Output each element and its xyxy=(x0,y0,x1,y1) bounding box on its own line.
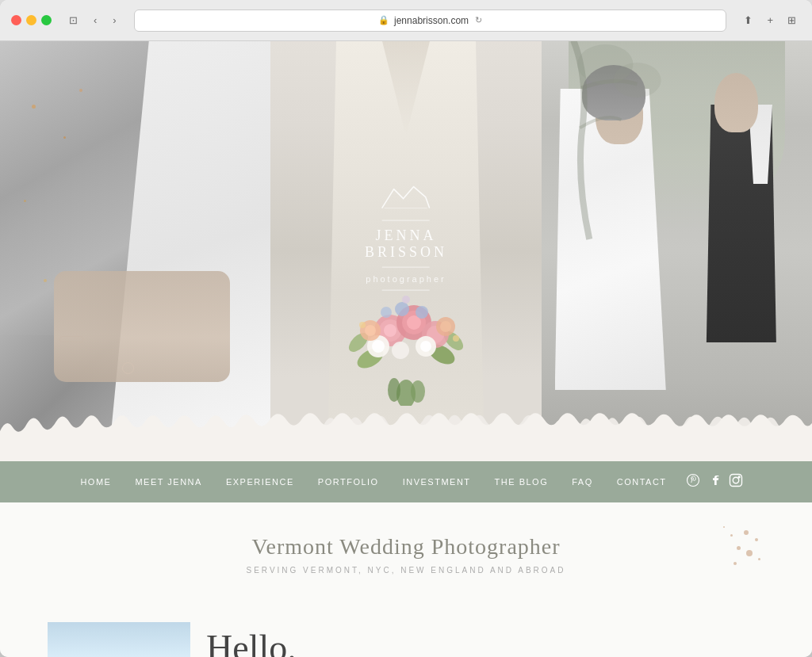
nav-portfolio[interactable]: PORTFOLIO xyxy=(307,477,390,487)
hello-script: Hello. xyxy=(206,630,764,657)
torn-paper-overlay xyxy=(0,406,812,461)
svg-point-27 xyxy=(416,306,428,319)
svg-point-28 xyxy=(359,322,366,328)
nav-meet-jenna[interactable]: MEET JENNA xyxy=(124,477,213,487)
nav-faq[interactable]: FAQ xyxy=(561,477,604,487)
logo-overlay: JENNA BRISSON photographer xyxy=(339,183,474,297)
site-content: JENNA BRISSON photographer xyxy=(0,41,812,657)
nav-experience[interactable]: EXPERIENCE xyxy=(215,477,305,487)
forward-button[interactable]: › xyxy=(108,11,121,29)
svg-point-22 xyxy=(365,325,376,336)
grid-button[interactable]: ⊞ xyxy=(783,11,801,29)
security-icon: 🔒 xyxy=(378,15,389,25)
share-button[interactable]: ⬆ xyxy=(739,11,757,29)
decorative-splatter xyxy=(701,526,764,574)
main-content: Vermont Wedding Photographer SERVING VER… xyxy=(0,502,812,614)
svg-point-19 xyxy=(420,341,431,352)
page-subtitle: SERVING VERMONT, NYC, NEW ENGLAND AND AB… xyxy=(16,566,796,575)
svg-point-32 xyxy=(613,63,661,97)
address-bar[interactable]: 🔒 jennabrisson.com ↻ xyxy=(134,10,727,32)
logo-subtitle: photographer xyxy=(339,274,474,284)
logo-mountain-icon xyxy=(339,183,474,214)
nav-investment[interactable]: INVESTMENT xyxy=(392,477,482,487)
browser-window: ⊡ ‹ › 🔒 jennabrisson.com ↻ ⬆ + ⊞ xyxy=(0,0,812,657)
hero-panel-center: JENNA BRISSON photographer xyxy=(270,41,541,461)
navigation-bar: HOME MEET JENNA EXPERIENCE PORTFOLIO INV… xyxy=(0,461,812,502)
nav-home[interactable]: HOME xyxy=(69,477,122,487)
browser-toolbar: ⊡ ‹ › 🔒 jennabrisson.com ↻ ⬆ + ⊞ xyxy=(0,0,812,41)
svg-point-29 xyxy=(453,335,459,342)
sidebar-toggle[interactable]: ⊡ xyxy=(64,11,82,29)
svg-point-26 xyxy=(381,307,392,318)
nav-links: HOME MEET JENNA EXPERIENCE PORTFOLIO INV… xyxy=(69,477,677,487)
bottom-image xyxy=(48,622,190,657)
svg-point-35 xyxy=(733,477,739,483)
instagram-icon[interactable] xyxy=(729,473,743,491)
nav-contact[interactable]: CONTACT xyxy=(606,477,678,487)
hero-panel-right xyxy=(542,41,812,461)
svg-rect-34 xyxy=(730,475,741,487)
svg-point-10 xyxy=(384,324,396,337)
facebook-icon[interactable] xyxy=(708,473,721,491)
back-button[interactable]: ‹ xyxy=(89,11,102,29)
logo-name: JENNA BRISSON xyxy=(339,227,474,261)
pinterest-icon[interactable] xyxy=(686,473,700,491)
minimize-button[interactable] xyxy=(26,15,36,25)
svg-point-17 xyxy=(372,340,385,353)
nav-the-blog[interactable]: THE BLOG xyxy=(484,477,560,487)
toolbar-right: ⬆ + ⊞ xyxy=(739,11,801,29)
maximize-button[interactable] xyxy=(41,15,52,25)
url-text: jennabrisson.com xyxy=(394,15,469,26)
hello-section: Hello. I'm Jenna, a Vermont based weddin… xyxy=(206,622,764,657)
svg-point-25 xyxy=(395,302,409,316)
svg-point-20 xyxy=(392,342,409,359)
hero-panel-left xyxy=(0,41,270,461)
svg-point-36 xyxy=(738,476,740,478)
page-title: Vermont Wedding Photographer xyxy=(16,534,796,560)
hero-section: JENNA BRISSON photographer xyxy=(0,41,812,461)
svg-point-24 xyxy=(440,321,451,332)
bottom-section: Hello. I'm Jenna, a Vermont based weddin… xyxy=(0,614,812,657)
svg-point-2 xyxy=(388,378,400,402)
nav-social xyxy=(686,473,743,491)
traffic-lights xyxy=(11,15,52,25)
svg-point-3 xyxy=(411,380,425,403)
new-tab-button[interactable]: + xyxy=(762,11,778,29)
close-button[interactable] xyxy=(11,15,21,25)
reload-icon[interactable]: ↻ xyxy=(475,15,482,25)
